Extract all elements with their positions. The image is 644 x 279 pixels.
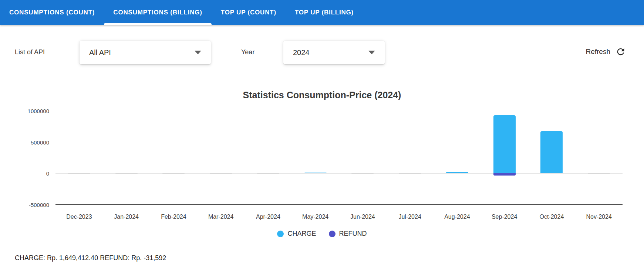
x-tick-label: Jun-2024 — [339, 214, 387, 220]
zero-value-bar — [351, 173, 374, 174]
zero-value-bar — [399, 173, 421, 174]
x-tick-label: Oct-2024 — [528, 214, 576, 220]
legend-label: REFUND — [339, 230, 367, 238]
x-tick-label: Apr-2024 — [245, 214, 292, 220]
zero-value-bar — [588, 173, 610, 174]
zero-value-bar — [257, 173, 279, 174]
totals-summary: CHARGE: Rp. 1,649,412.40 REFUND: Rp. -31… — [15, 254, 166, 262]
y-tick-label: 0 — [7, 170, 49, 177]
refund-bar[interactable] — [493, 173, 516, 175]
y-gridline — [55, 111, 623, 111]
tab-label: CONSUMPTIONS (COUNT) — [9, 9, 95, 16]
summary-refund-value: Rp. -31,592 — [131, 254, 166, 262]
zero-value-bar — [68, 173, 90, 174]
bar-chart: 10000005000000-500000Dec-2023Jan-2024Feb… — [0, 0, 644, 279]
x-axis-line — [55, 204, 623, 205]
chart-legend: CHARGEREFUND — [0, 230, 644, 238]
tab-top-up-count[interactable]: TOP UP (COUNT) — [212, 0, 286, 25]
x-tick-label: Nov-2024 — [575, 214, 623, 220]
legend-item-charge[interactable]: CHARGE — [277, 230, 316, 238]
y-gridline — [55, 142, 623, 142]
tab-top-up-billing[interactable]: TOP UP (BILLING) — [286, 0, 363, 25]
x-tick-label: Sep-2024 — [481, 214, 528, 220]
charge-bar[interactable] — [493, 115, 516, 173]
tab-label: TOP UP (BILLING) — [295, 9, 354, 16]
active-tab-indicator — [104, 23, 211, 25]
summary-charge-value: Rp. 1,649,412.40 — [47, 254, 98, 262]
x-tick-label: Jul-2024 — [386, 214, 434, 220]
y-tick-label: -500000 — [7, 202, 49, 208]
y-tick-label: 500000 — [7, 139, 49, 145]
tab-label: CONSUMPTIONS (BILLING) — [113, 9, 202, 16]
y-gridline — [55, 173, 623, 174]
legend-item-refund[interactable]: REFUND — [329, 230, 367, 238]
tab-label: TOP UP (COUNT) — [221, 9, 276, 16]
x-tick-label: Dec-2023 — [55, 214, 103, 220]
zero-value-bar — [162, 173, 185, 174]
summary-refund-label: REFUND: — [100, 254, 129, 262]
x-tick-label: Mar-2024 — [197, 214, 245, 220]
zero-value-bar — [115, 173, 138, 174]
x-tick-label: May-2024 — [292, 214, 339, 220]
legend-color-dot — [329, 231, 336, 237]
legend-color-dot — [277, 231, 284, 237]
x-tick-label: Aug-2024 — [434, 214, 481, 220]
charge-bar[interactable] — [304, 173, 327, 174]
tab-consumptions-count[interactable]: CONSUMPTIONS (COUNT) — [0, 0, 104, 25]
legend-label: CHARGE — [287, 230, 316, 238]
app-root: CONSUMPTIONS (COUNT)CONSUMPTIONS (BILLIN… — [0, 0, 644, 279]
tab-consumptions-billing[interactable]: CONSUMPTIONS (BILLING) — [104, 0, 211, 25]
charge-bar[interactable] — [446, 172, 468, 174]
tab-bar: CONSUMPTIONS (COUNT)CONSUMPTIONS (BILLIN… — [0, 0, 644, 25]
charge-bar[interactable] — [540, 131, 563, 174]
x-tick-label: Feb-2024 — [150, 214, 198, 220]
x-tick-label: Jan-2024 — [103, 214, 150, 220]
zero-value-bar — [210, 173, 232, 174]
y-tick-label: 1000000 — [7, 108, 49, 114]
summary-charge-label: CHARGE: — [15, 254, 45, 262]
